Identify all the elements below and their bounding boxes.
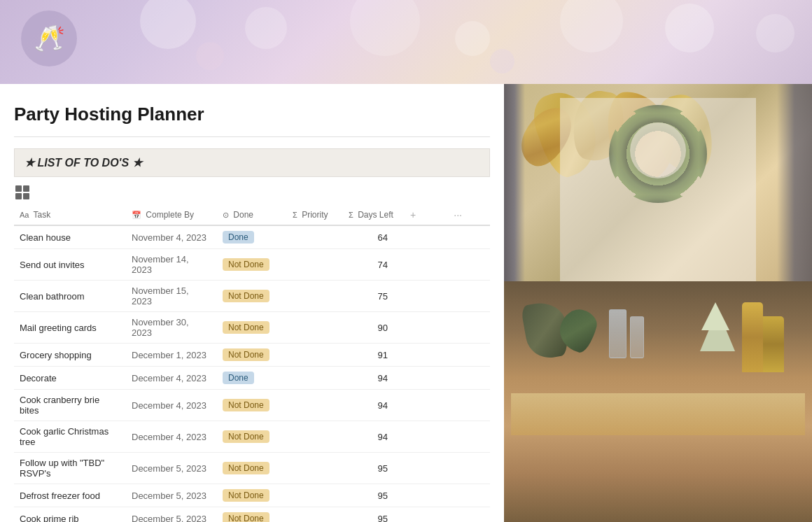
cell-task: Mail greeting cards	[14, 312, 126, 344]
cell-priority	[287, 367, 343, 390]
todo-table: Aa Task 📅 Complete By ⊙ Done Σ Priority …	[14, 205, 490, 522]
cell-done: Not Done	[217, 507, 287, 523]
table-row[interactable]: Clean houseNovember 4, 2023Done64	[14, 225, 490, 249]
cell-task: Clean house	[14, 225, 126, 249]
cell-more	[442, 390, 490, 421]
table-row[interactable]: Mail greeting cardsNovember 30, 2023Not …	[14, 312, 490, 344]
grid-view-icon[interactable]	[15, 185, 29, 199]
col-header-complete: 📅 Complete By	[126, 205, 217, 225]
status-badge[interactable]: Not Done	[223, 290, 270, 302]
col-header-done: ⊙ Done	[217, 205, 287, 225]
cell-done: Not Done	[217, 390, 287, 421]
cell-add	[399, 225, 442, 249]
cell-days-left: 95	[343, 507, 399, 523]
cell-more	[442, 484, 490, 507]
main-content: Party Hosting Planner ★ LIST OF TO DO'S …	[0, 84, 812, 522]
status-badge[interactable]: Not Done	[223, 258, 270, 271]
table-row[interactable]: Cook prime ribDecember 5, 2023Not Done95	[14, 507, 490, 523]
col-header-more[interactable]: ···	[442, 205, 490, 225]
table-row[interactable]: DecorateDecember 4, 2023Done94	[14, 367, 490, 390]
cell-add	[399, 421, 442, 453]
cell-complete-by: November 14, 2023	[126, 249, 217, 281]
table-row[interactable]: Send out invitesNovember 14, 2023Not Don…	[14, 249, 490, 281]
cell-more	[442, 249, 490, 281]
col-header-priority: Σ Priority	[287, 205, 343, 225]
cell-add	[399, 367, 442, 390]
cell-priority	[287, 453, 343, 484]
status-badge[interactable]: Done	[223, 231, 254, 244]
cell-priority	[287, 281, 343, 312]
table-row[interactable]: Grocery shoppingDecember 1, 2023Not Done…	[14, 344, 490, 367]
cell-days-left: 64	[343, 225, 399, 249]
cell-days-left: 94	[343, 367, 399, 390]
status-badge[interactable]: Not Done	[223, 321, 270, 334]
section-heading: ★ LIST OF TO DO'S ★	[14, 148, 490, 177]
status-badge[interactable]: Not Done	[223, 462, 270, 474]
col-header-add[interactable]: +	[399, 205, 442, 225]
cell-complete-by: November 15, 2023	[126, 281, 217, 312]
cell-done: Not Done	[217, 249, 287, 281]
table-body: Clean houseNovember 4, 2023Done64Send ou…	[14, 225, 490, 522]
more-options-button[interactable]: ···	[448, 209, 468, 220]
logo-icon: 🥂	[21, 10, 77, 66]
cell-done: Not Done	[217, 453, 287, 484]
cell-task: Defrost freezer food	[14, 484, 126, 507]
cell-more	[442, 421, 490, 453]
cell-add	[399, 390, 442, 421]
status-badge[interactable]: Not Done	[223, 430, 270, 443]
table-row[interactable]: Clean bathroomNovember 15, 2023Not Done7…	[14, 281, 490, 312]
cell-complete-by: December 1, 2023	[126, 344, 217, 367]
decorative-image	[504, 84, 812, 522]
aa-icon: Aa	[20, 211, 29, 219]
cell-days-left: 91	[343, 344, 399, 367]
status-badge[interactable]: Not Done	[223, 489, 270, 502]
grid-cell	[15, 193, 22, 199]
status-badge[interactable]: Not Done	[223, 348, 270, 361]
status-badge[interactable]: Not Done	[223, 399, 270, 411]
cell-task: Grocery shopping	[14, 344, 126, 367]
cell-priority	[287, 484, 343, 507]
cell-task: Clean bathroom	[14, 281, 126, 312]
header-banner: 🥂	[0, 0, 812, 84]
table-row[interactable]: Follow up with "TBD" RSVP'sDecember 5, 2…	[14, 453, 490, 484]
page-title: Party Hosting Planner	[14, 104, 490, 125]
cell-more	[442, 344, 490, 367]
cell-days-left: 95	[343, 484, 399, 507]
status-badge[interactable]: Done	[223, 372, 254, 384]
table-icon-row	[14, 185, 490, 199]
wreath-area	[504, 84, 812, 281]
cell-complete-by: December 4, 2023	[126, 390, 217, 421]
table-row[interactable]: Defrost freezer foodDecember 5, 2023Not …	[14, 484, 490, 507]
cell-complete-by: December 5, 2023	[126, 507, 217, 523]
cell-more	[442, 367, 490, 390]
cell-more	[442, 312, 490, 344]
bokeh-decoration	[0, 0, 812, 84]
table-area	[504, 281, 812, 522]
cell-priority	[287, 225, 343, 249]
curtain-decoration	[504, 84, 525, 281]
cell-days-left: 95	[343, 453, 399, 484]
cell-priority	[287, 249, 343, 281]
cell-days-left: 75	[343, 281, 399, 312]
cell-task: Decorate	[14, 367, 126, 390]
cell-priority	[287, 390, 343, 421]
right-panel	[504, 84, 812, 522]
table-row[interactable]: Cook garlic Christmas treeDecember 4, 20…	[14, 421, 490, 453]
cell-more	[442, 453, 490, 484]
sigma2-icon: Σ	[349, 211, 354, 219]
cell-priority	[287, 312, 343, 344]
table-row[interactable]: Cook cranberry brie bitesDecember 4, 202…	[14, 390, 490, 421]
cell-done: Done	[217, 225, 287, 249]
status-badge[interactable]: Not Done	[223, 512, 270, 522]
cell-more	[442, 225, 490, 249]
add-column-button[interactable]: +	[405, 209, 421, 220]
cell-done: Not Done	[217, 421, 287, 453]
cell-add	[399, 344, 442, 367]
cell-days-left: 74	[343, 249, 399, 281]
col-header-days: Σ Days Left	[343, 205, 399, 225]
cell-done: Not Done	[217, 344, 287, 367]
cell-task: Send out invites	[14, 249, 126, 281]
cell-complete-by: December 4, 2023	[126, 421, 217, 453]
cell-complete-by: December 5, 2023	[126, 453, 217, 484]
cell-done: Done	[217, 367, 287, 390]
